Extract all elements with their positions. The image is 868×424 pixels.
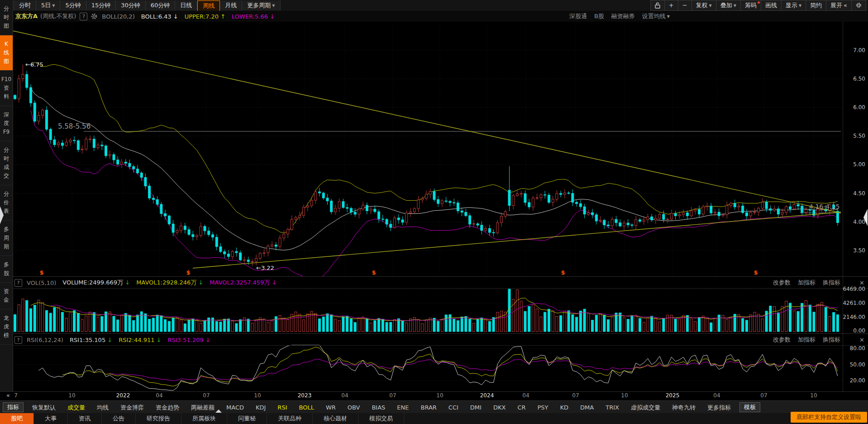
date-tick-10: 10 [621,392,628,399]
pane-divider [0,276,868,277]
volume-pane-header: ? VOL(5,10) VOLUME:2499.669万 ↓MAVOL1:292… [13,277,868,288]
date-tick-10: 10 [436,392,443,399]
tab-大事[interactable]: 大事 [34,413,68,424]
price-axis-label: 5.50 [843,133,868,139]
indicator-item-成交量[interactable]: 成交量 [62,401,91,414]
svg-text:←6.75: ←6.75 [25,61,43,68]
svg-text:$: $ [372,269,376,276]
indicator-item-资金博弈[interactable]: 资金博弈 [114,401,150,414]
help-icon[interactable]: ? [14,336,22,344]
price-axis-label: 7.00 [843,47,868,53]
indicator-item-BOLL[interactable]: BOLL [293,401,320,414]
pane-link-换指标[interactable]: 换指标 [823,336,840,344]
sidebar-item-分时图[interactable]: 分 时 图 [0,0,13,35]
indicator-item-PSY[interactable]: PSY [532,401,554,414]
date-tick-07: 07 [760,392,767,399]
indicator-value: RSI3:51.209 ↓ [167,337,210,343]
tab-股吧[interactable]: 股吧 [0,413,34,424]
help-icon[interactable]: ? [14,279,22,287]
sidebar-item-分时成交[interactable]: 分 时 成 交 [0,141,13,185]
volume-axis-label: 0.00 [843,328,868,334]
volume-indicator-label[interactable]: VOL(5,10) [27,279,56,286]
sidebar-item-F10资料[interactable]: F10 资 料 [0,71,13,106]
indicator-item-资金趋势[interactable]: 资金趋势 [150,401,185,414]
indicator-item-DMA[interactable]: DMA [574,401,600,414]
close-icon[interactable]: ✕ [859,279,864,286]
stock-trading-app: 分 时 图K 线 图F10 资 料深 度 F9分 时 成 交分 价 表多 周 期… [0,0,868,424]
date-tick-2023: 2023 [298,392,312,399]
pane-link-改参数[interactable]: 改参数 [773,279,791,287]
indicator-item-BRAR[interactable]: BRAR [415,401,443,414]
volume-pane-links: 改参数加指标换指标 [773,279,840,287]
sidebar-item-多股[interactable]: 多 股 [0,256,13,283]
bottom-bar-tooltip: 底部栏支持自定义设置啦 [791,412,867,423]
indicator-value: RSI2:44.911 ↓ [119,337,161,343]
indicator-item-恢复默认[interactable]: 恢复默认 [26,401,62,414]
rsi-pane-header: ? RSI(6,12,24) RSI1:35.105 ↓RSI2:44.911 … [13,334,868,345]
rsi-axis-label: 80.00 [843,345,868,352]
indicator-item-更多指标[interactable]: 更多指标 [701,401,737,414]
indicator-item-WR[interactable]: WR [320,401,342,414]
indicator-item-TRIX[interactable]: TRIX [600,401,625,414]
pane-link-加指标[interactable]: 加指标 [798,279,816,287]
indicator-item-CCI[interactable]: CCI [443,401,464,414]
indicator-item-RSI[interactable]: RSI [272,401,293,414]
pane-link-加指标[interactable]: 加指标 [798,336,816,344]
date-axis: « 71020220407102023040710202404071020250… [0,392,868,400]
rsi-indicator-label[interactable]: RSI(6,12,24) [27,337,63,343]
indicator-item-BIAS[interactable]: BIAS [366,401,391,414]
tab-核心题材[interactable]: 核心题材 [313,413,358,424]
date-tick-04: 04 [522,392,529,399]
indicator-item-虚拟成交量[interactable]: 虚拟成交量 [625,401,666,414]
indicator-item-ENE[interactable]: ENE [391,401,415,414]
tab-研究报告[interactable]: 研究报告 [136,413,181,424]
indicator-item-DKX[interactable]: DKX [487,401,511,414]
indicator-item-CR[interactable]: CR [511,401,531,414]
indicator-item-DMI[interactable]: DMI [464,401,487,414]
date-tick-10: 10 [810,392,817,399]
date-tick-2022: 2022 [116,392,130,399]
tab-公告[interactable]: 公告 [102,413,136,424]
chart-canvas[interactable]: ←6.75←3.225.58-5.564.16-4.15$$$$$ [0,0,868,424]
indicator-item-模板[interactable]: 模板 [739,402,760,412]
tab-问董秘[interactable]: 问董秘 [227,413,267,424]
indicator-item-KDJ[interactable]: KDJ [250,401,272,414]
price-axis-label: 6.00 [843,104,868,111]
indicator-item-KD[interactable]: KD [554,401,575,414]
date-tick-07: 07 [389,392,396,399]
scroll-left-icon[interactable]: « [6,392,10,399]
indicator-value: RSI1:35.105 ↓ [70,337,112,343]
indicator-item-MACD[interactable]: MACD [220,401,250,414]
tab-所属板块[interactable]: 所属板块 [181,413,227,424]
panel-expand-handle-icon[interactable] [863,209,868,226]
pane-divider [0,333,868,334]
sidebar-item-K线图[interactable]: K 线 图 [0,35,13,71]
indicator-item-指标[interactable]: 指标 [3,402,24,412]
svg-text:5.58-5.56: 5.58-5.56 [58,122,91,130]
volume-axis-label: 4261.00 [843,300,868,306]
scroll-up-icon[interactable] [215,410,222,413]
sidebar-item-资金[interactable]: 资 金 [0,283,13,309]
indicator-value: MAVOL2:3257.459万 ↓ [210,279,277,287]
trend-arrow-icon: ↓ [204,337,210,343]
tab-资讯[interactable]: 资讯 [68,413,102,424]
tab-关联品种[interactable]: 关联品种 [267,413,313,424]
indicator-item-神奇九转[interactable]: 神奇九转 [666,401,701,414]
sidebar-collapse-handle-icon[interactable] [0,206,4,224]
volume-values: VOLUME:2499.669万 ↓MAVOL1:2928.246万 ↓MAVO… [56,279,277,287]
rsi-values: RSI1:35.105 ↓RSI2:44.911 ↓RSI3:51.209 ↓ [63,337,210,343]
indicator-item-均线[interactable]: 均线 [91,401,114,414]
pane-link-改参数[interactable]: 改参数 [773,336,791,344]
date-tick-2025: 2025 [666,392,680,399]
indicator-item-OBV[interactable]: OBV [342,401,366,414]
trend-arrow-icon: ↓ [123,279,130,286]
svg-text:$: $ [754,269,758,276]
date-tick-2024: 2024 [480,392,494,399]
sidebar-item-多周期[interactable]: 多 周 期 [0,221,13,256]
pane-link-换指标[interactable]: 换指标 [823,279,840,287]
sidebar-item-深度F9[interactable]: 深 度 F9 [0,106,13,141]
close-icon[interactable]: ✕ [859,337,864,343]
sidebar-item-龙虎榜[interactable]: 龙 虎 榜 [0,309,13,345]
svg-text:$: $ [39,269,43,276]
tab-模拟交易[interactable]: 模拟交易 [358,413,404,424]
